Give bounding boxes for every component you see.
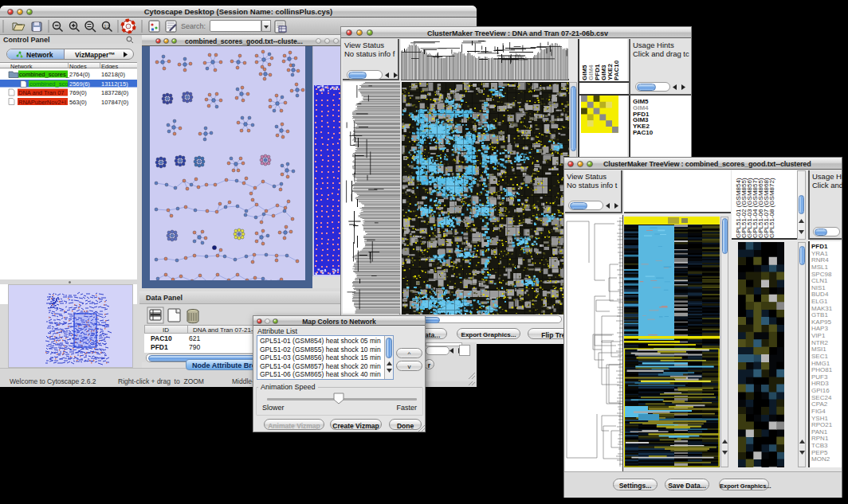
svg-text:Network: Network bbox=[26, 51, 53, 59]
svg-text:1:1: 1:1 bbox=[104, 24, 110, 29]
svg-text:VizMapper™: VizMapper™ bbox=[75, 51, 116, 59]
svg-text:Search:: Search: bbox=[181, 22, 206, 30]
